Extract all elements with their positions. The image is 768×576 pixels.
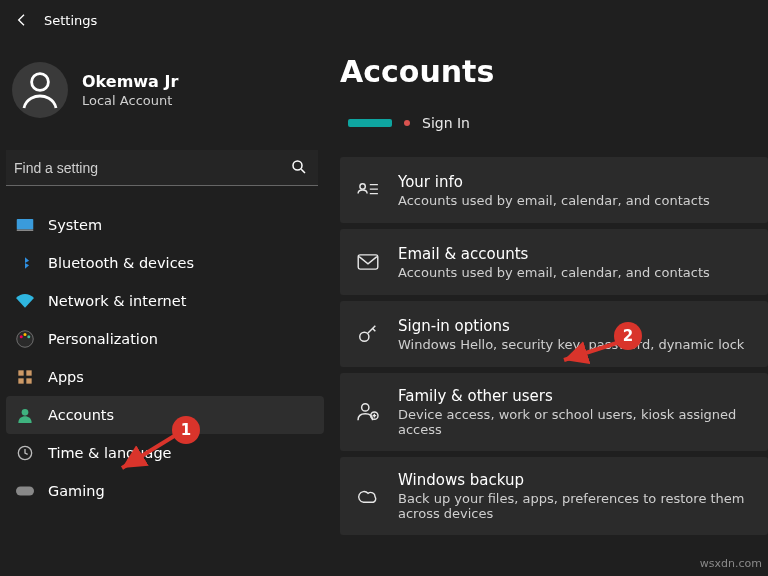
nav-label: Gaming [48,483,105,499]
svg-rect-14 [16,487,34,496]
svg-point-1 [293,161,302,170]
sidebar-item-system[interactable]: System [6,206,324,244]
card-title: Your info [398,173,710,191]
card-sub: Accounts used by email, calendar, and co… [398,193,710,208]
svg-point-15 [360,184,365,189]
nav-label: Accounts [48,407,114,423]
signin-label: Sign In [422,115,470,131]
svg-rect-3 [17,230,34,232]
card-sub: Device access, work or school users, kio… [398,407,752,437]
svg-rect-8 [18,370,23,375]
signin-row[interactable]: Sign In [340,115,768,131]
watermark: wsxdn.com [700,557,762,570]
clock-icon [16,444,34,462]
back-button[interactable] [8,6,36,34]
settings-cards: Your info Accounts used by email, calend… [340,157,768,535]
sidebar-item-gaming[interactable]: Gaming [6,472,324,510]
sidebar-item-apps[interactable]: Apps [6,358,324,396]
bluetooth-icon [16,254,34,272]
svg-rect-16 [358,255,378,269]
sidebar-item-bluetooth[interactable]: Bluetooth & devices [6,244,324,282]
card-family-users[interactable]: Family & other users Device access, work… [340,373,768,451]
svg-point-0 [32,74,49,91]
sidebar-item-time[interactable]: Time & language [6,434,324,472]
wifi-icon [16,292,34,310]
svg-point-18 [362,404,369,411]
cloud-icon [356,484,380,508]
people-add-icon [356,400,380,424]
user-name: Okemwa Jr [82,72,178,91]
nav-label: Network & internet [48,293,186,309]
card-sub: Back up your files, apps, preferences to… [398,491,752,521]
accent-bar [348,119,392,127]
svg-rect-9 [26,370,31,375]
card-email-accounts[interactable]: Email & accounts Accounts used by email,… [340,229,768,295]
card-title: Family & other users [398,387,752,405]
sidebar-item-network[interactable]: Network & internet [6,282,324,320]
user-sub: Local Account [82,93,178,108]
card-title: Sign-in options [398,317,744,335]
nav-label: Time & language [48,445,172,461]
nav-label: Bluetooth & devices [48,255,194,271]
sidebar-item-accounts[interactable]: Accounts [6,396,324,434]
nav-label: System [48,217,102,233]
search-box[interactable] [6,150,318,186]
alert-dot [404,120,410,126]
system-icon [16,216,34,234]
app-title: Settings [44,13,97,28]
profile-block[interactable]: Okemwa Jr Local Account [6,44,324,140]
nav-list: System Bluetooth & devices Network & int… [6,206,324,510]
sidebar: Okemwa Jr Local Account System Bluetoo [0,40,326,576]
card-sub: Accounts used by email, calendar, and co… [398,265,710,280]
svg-point-5 [20,335,23,338]
apps-icon [16,368,34,386]
card-title: Email & accounts [398,245,710,263]
svg-rect-10 [18,378,23,383]
card-your-info[interactable]: Your info Accounts used by email, calend… [340,157,768,223]
paint-icon [16,330,34,348]
svg-point-7 [27,335,30,338]
nav-label: Apps [48,369,84,385]
search-icon [290,158,308,176]
card-sub: Windows Hello, security key, password, d… [398,337,744,352]
card-windows-backup[interactable]: Windows backup Back up your files, apps,… [340,457,768,535]
mail-icon [356,250,380,274]
sidebar-item-personalization[interactable]: Personalization [6,320,324,358]
svg-point-17 [360,332,369,341]
search-input[interactable] [6,150,318,186]
main-pane: Accounts Sign In Your info Accounts used… [326,40,768,576]
svg-point-6 [24,333,27,336]
svg-rect-11 [26,378,31,383]
card-signin-options[interactable]: Sign-in options Windows Hello, security … [340,301,768,367]
nav-label: Personalization [48,331,158,347]
avatar [12,62,68,118]
accounts-icon [16,406,34,424]
svg-rect-2 [17,219,34,230]
card-title: Windows backup [398,471,752,489]
svg-point-12 [22,409,29,416]
page-title: Accounts [340,54,768,89]
key-icon [356,322,380,346]
id-card-icon [356,178,380,202]
gaming-icon [16,482,34,500]
